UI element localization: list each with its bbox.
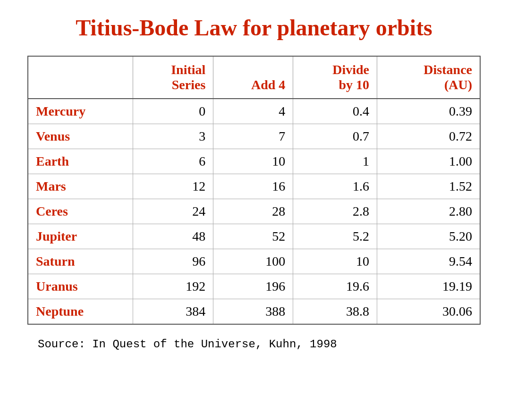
cell-divide10: 19.6 [293,274,377,299]
cell-initial: 192 [133,274,213,299]
cell-planet: Earth [28,149,133,174]
cell-divide10: 0.7 [293,124,377,149]
table-row: Neptune38438838.830.06 [28,299,480,324]
cell-planet: Venus [28,124,133,149]
cell-add4: 10 [213,149,293,174]
data-table: InitialSeries Add 4 Divideby 10 Distance… [27,56,481,325]
page-title: Titius-Bode Law for planetary orbits [76,14,432,42]
cell-initial: 12 [133,174,213,199]
cell-initial: 24 [133,199,213,224]
cell-add4: 4 [213,99,293,124]
cell-divide10: 38.8 [293,299,377,324]
cell-add4: 28 [213,199,293,224]
cell-add4: 388 [213,299,293,324]
col-header-planet [28,56,133,99]
cell-initial: 0 [133,99,213,124]
table-row: Uranus19219619.619.19 [28,274,480,299]
col-header-add4: Add 4 [213,56,293,99]
col-header-distance: Distance(AU) [377,56,480,99]
cell-divide10: 1.6 [293,174,377,199]
table-row: Venus370.70.72 [28,124,480,149]
cell-divide10: 1 [293,149,377,174]
cell-distance: 9.54 [377,249,480,274]
cell-distance: 1.52 [377,174,480,199]
cell-add4: 52 [213,224,293,249]
col-header-divide10: Divideby 10 [293,56,377,99]
table-wrapper: InitialSeries Add 4 Divideby 10 Distance… [27,56,481,325]
cell-distance: 0.39 [377,99,480,124]
cell-initial: 6 [133,149,213,174]
cell-planet: Saturn [28,249,133,274]
cell-add4: 16 [213,174,293,199]
cell-distance: 2.80 [377,199,480,224]
table-header-row: InitialSeries Add 4 Divideby 10 Distance… [28,56,480,99]
cell-planet: Jupiter [28,224,133,249]
cell-add4: 196 [213,274,293,299]
cell-distance: 30.06 [377,299,480,324]
cell-initial: 48 [133,224,213,249]
cell-distance: 5.20 [377,224,480,249]
table-row: Mercury040.40.39 [28,99,480,124]
table-row: Mars12161.61.52 [28,174,480,199]
cell-initial: 3 [133,124,213,149]
col-header-initial: InitialSeries [133,56,213,99]
table-row: Earth61011.00 [28,149,480,174]
table-row: Saturn96100109.54 [28,249,480,274]
cell-distance: 1.00 [377,149,480,174]
cell-add4: 100 [213,249,293,274]
cell-planet: Mercury [28,99,133,124]
cell-divide10: 10 [293,249,377,274]
cell-divide10: 0.4 [293,99,377,124]
table-row: Jupiter48525.25.20 [28,224,480,249]
cell-distance: 19.19 [377,274,480,299]
source-citation: Source: In Quest of the Universe, Kuhn, … [38,338,337,351]
cell-planet: Uranus [28,274,133,299]
cell-distance: 0.72 [377,124,480,149]
cell-initial: 384 [133,299,213,324]
cell-planet: Neptune [28,299,133,324]
cell-divide10: 5.2 [293,224,377,249]
cell-planet: Ceres [28,199,133,224]
cell-add4: 7 [213,124,293,149]
table-row: Ceres24282.82.80 [28,199,480,224]
cell-planet: Mars [28,174,133,199]
cell-divide10: 2.8 [293,199,377,224]
cell-initial: 96 [133,249,213,274]
